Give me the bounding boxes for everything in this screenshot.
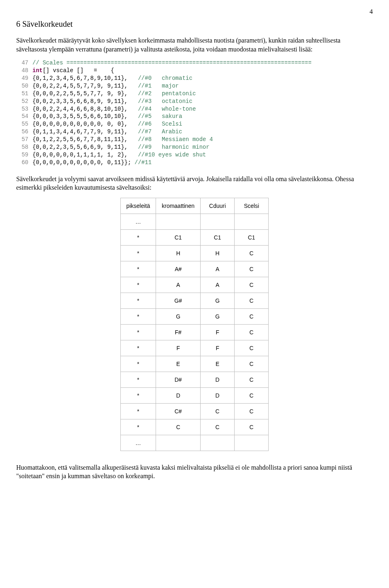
code-content: {0,0,0,0,0,0,1,1,1,1, 1, 2}, //#10 eyes … xyxy=(32,151,206,159)
line-number: 60 xyxy=(16,159,32,167)
code-line: 59{0,0,0,0,0,0,1,1,1,1, 1, 2}, //#10 eye… xyxy=(16,151,373,159)
code-block-scales: 47// Scales ============================… xyxy=(16,59,373,166)
table-cell xyxy=(201,214,235,229)
table-row: *GGC xyxy=(120,308,268,324)
line-number: 57 xyxy=(16,136,32,143)
code-line: 55{0,0,0,0,0,0,0,0,0,0, 0, 0}, //#6 Scel… xyxy=(16,120,373,128)
table-cell: * xyxy=(120,308,156,324)
code-line: 47// Scales ============================… xyxy=(16,59,373,67)
table-cell: * xyxy=(120,387,156,403)
code-line: 56{0,1,1,3,4,4,6,7,7,9, 9,11}, //#7 Arab… xyxy=(16,128,373,136)
table-cell: … xyxy=(120,435,156,451)
table-cell: F xyxy=(201,324,235,340)
table-cell: … xyxy=(120,214,156,229)
table-cell: C xyxy=(235,340,269,356)
table-row: *A#AC xyxy=(120,261,268,277)
table-cell: D xyxy=(201,372,235,387)
table-row: *HHC xyxy=(120,245,268,261)
table-row: *D#DC xyxy=(120,372,268,387)
line-number: 58 xyxy=(16,143,32,151)
table-cell: C xyxy=(235,308,269,324)
table-cell: C xyxy=(235,277,269,293)
table-cell: C xyxy=(201,403,235,419)
table-cell: C xyxy=(235,261,269,277)
table-cell xyxy=(156,214,201,229)
table-cell: A# xyxy=(156,261,201,277)
table-cell: C xyxy=(235,419,269,435)
table-cell: G xyxy=(201,293,235,308)
table-header-cell: pikseleitä xyxy=(120,198,156,214)
line-number: 51 xyxy=(16,90,32,98)
table-header-cell: Scelsi xyxy=(235,198,269,214)
code-line: 58{0,0,2,2,3,5,5,6,6,9, 9,11}, //#9 harm… xyxy=(16,143,373,151)
table-cell: * xyxy=(120,229,156,245)
table-cell: * xyxy=(120,245,156,261)
table-row: *C1C1C1 xyxy=(120,229,268,245)
table-row: *C#CC xyxy=(120,403,268,419)
table-row: *F#FC xyxy=(120,324,268,340)
table-header-cell: Cduuri xyxy=(201,198,235,214)
paragraph-2: Sävelkorkeudet ja volyymi saavat arvoiks… xyxy=(16,175,373,192)
table-cell: C1 xyxy=(235,229,269,245)
line-number: 55 xyxy=(16,120,32,128)
table-cell xyxy=(235,435,269,451)
code-content: {0,0,0,3,3,5,5,5,6,6,10,10}, //#5 sakura xyxy=(32,113,182,120)
code-content: {0,0,0,0,0,0,0,0,0,0, 0, 0}, //#6 Scelsi xyxy=(32,120,182,128)
table-cell: F xyxy=(201,340,235,356)
table-cell: C xyxy=(201,419,235,435)
table-cell: C xyxy=(235,403,269,419)
table-cell: * xyxy=(120,372,156,387)
paragraph-1: Sävelkorkeudet määräytyvät koko sävellyk… xyxy=(16,36,373,53)
table-header-cell: kromaattinen xyxy=(156,198,201,214)
table-cell: C xyxy=(156,419,201,435)
table-cell: G# xyxy=(156,293,201,308)
line-number: 56 xyxy=(16,128,32,136)
code-content: {0,1,2,3,4,5,6,7,8,9,10,11}, //#0 chroma… xyxy=(32,75,192,82)
code-content: {0,0,0,0,0,0,0,0,0,0, 0,11}}; //#11 xyxy=(32,159,152,167)
table-cell: A xyxy=(201,261,235,277)
pixel-mapping-table: pikseleitäkromaattinenCduuriScelsi …*C1C… xyxy=(120,198,269,451)
table-cell: H xyxy=(201,245,235,261)
table-cell: E xyxy=(156,356,201,372)
table-cell: D xyxy=(156,387,201,403)
table-cell: C xyxy=(235,387,269,403)
code-content: {0,0,2,3,3,5,6,6,8,9, 9,11}, //#3 octato… xyxy=(32,98,192,105)
table-row: *CCC xyxy=(120,419,268,435)
line-number: 47 xyxy=(16,59,32,67)
code-content: int[] vscale [] = { xyxy=(32,67,114,75)
table-row: *EEC xyxy=(120,356,268,372)
table-cell xyxy=(235,214,269,229)
table-cell: C xyxy=(235,356,269,372)
code-line: 51{0,0,0,2,2,5,5,5,7,7, 9, 9}, //#2 pent… xyxy=(16,90,373,98)
table-row: … xyxy=(120,435,268,451)
page-number: 4 xyxy=(16,8,373,15)
table-cell: H xyxy=(156,245,201,261)
line-number: 50 xyxy=(16,82,32,90)
code-content: {0,0,0,2,2,5,5,5,7,7, 9, 9}, //#2 pentat… xyxy=(32,90,196,98)
code-content: {0,0,2,2,4,4,6,6,8,8,10,10}, //#4 whole-… xyxy=(32,105,196,113)
table-cell: * xyxy=(120,261,156,277)
line-number: 59 xyxy=(16,151,32,159)
table-cell: C1 xyxy=(201,229,235,245)
table-cell: G xyxy=(156,308,201,324)
table-cell: * xyxy=(120,340,156,356)
table-row: *DDC xyxy=(120,387,268,403)
line-number: 54 xyxy=(16,113,32,120)
table-cell: * xyxy=(120,277,156,293)
table-cell: D xyxy=(201,387,235,403)
table-cell: C1 xyxy=(156,229,201,245)
table-cell: * xyxy=(120,403,156,419)
table-cell: * xyxy=(120,356,156,372)
table-row: *AAC xyxy=(120,277,268,293)
table-cell: E xyxy=(201,356,235,372)
table-cell: G xyxy=(201,308,235,324)
code-content: {0,0,2,2,3,5,5,6,6,9, 9,11}, //#9 harmon… xyxy=(32,143,209,151)
paragraph-3: Huomattakoon, että valitsemalla alkuperä… xyxy=(16,463,373,481)
table-row: … xyxy=(120,214,268,229)
table-row: *G#GC xyxy=(120,293,268,308)
table-cell: D# xyxy=(156,372,201,387)
code-line: 49{0,1,2,3,4,5,6,7,8,9,10,11}, //#0 chro… xyxy=(16,75,373,82)
line-number: 53 xyxy=(16,105,32,113)
code-line: 60{0,0,0,0,0,0,0,0,0,0, 0,11}}; //#11 xyxy=(16,159,373,167)
table-cell: C xyxy=(235,372,269,387)
